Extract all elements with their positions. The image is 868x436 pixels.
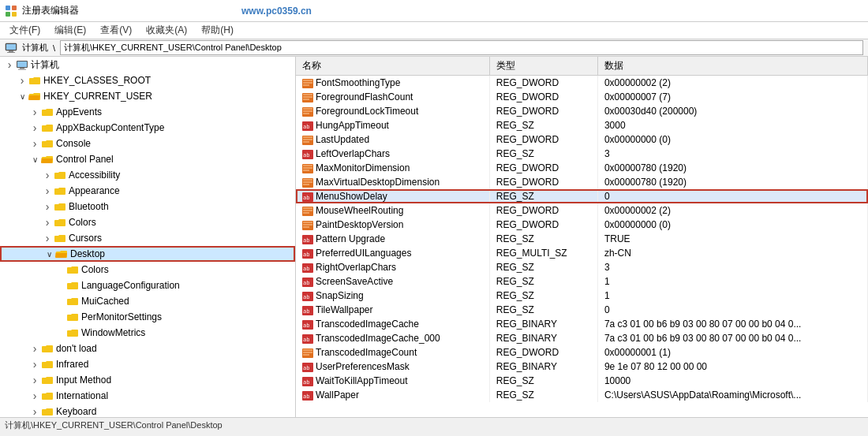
tree-label-permonitor: PerMonitorSettings — [81, 311, 162, 322]
table-row[interactable]: MaxVirtualDesktopDimensionREG_DWORD0x000… — [296, 175, 868, 189]
tree-item-dontload[interactable]: ›don't load — [0, 341, 295, 356]
folder-icon-windowmetrics — [66, 327, 79, 338]
reg-type: REG_MULTI_SZ — [489, 246, 597, 260]
expand-btn-controlpanel[interactable]: ∨ — [28, 153, 41, 166]
menu-help[interactable]: 帮助(H) — [195, 22, 240, 39]
tree-item-langconfig[interactable]: LanguageConfiguration — [0, 278, 295, 293]
expand-btn-muicached[interactable] — [54, 295, 66, 307]
tree-item-controlpanel[interactable]: ∨Control Panel — [0, 151, 295, 167]
tree-item-keyboard[interactable]: ›Keyboard — [0, 404, 295, 417]
expand-btn-dontload[interactable]: › — [28, 342, 41, 355]
svg-text:ab: ab — [303, 294, 309, 300]
tree-item-international[interactable]: ›International — [0, 388, 295, 404]
svg-text:ab: ab — [303, 393, 309, 400]
tree-item-hkcu[interactable]: ∨HKEY_CURRENT_USER — [0, 88, 295, 104]
expand-btn-computer[interactable]: › — [3, 58, 16, 71]
tree-item-appevents[interactable]: ›AppEvents — [0, 104, 295, 120]
tree-item-appxbackup[interactable]: ›AppXBackupContentType — [0, 120, 295, 136]
expand-btn-infrared[interactable]: › — [28, 358, 41, 371]
tree-item-appearance[interactable]: ›Appearance — [0, 183, 295, 199]
expand-btn-permonitor[interactable] — [54, 311, 66, 323]
title-bar: 注册表编辑器 www.pc0359.cn — [0, 0, 868, 22]
tree-item-muicached[interactable]: MuiCached — [0, 293, 295, 309]
tree-item-console[interactable]: ›Console — [0, 136, 295, 151]
svg-rect-45 — [303, 212, 309, 214]
menu-file[interactable]: 文件(F) — [3, 22, 47, 39]
table-row[interactable]: abPattern UpgradeREG_SZTRUE — [296, 232, 868, 246]
address-path[interactable]: 计算机\HKEY_CURRENT_USER\Control Panel\Desk… — [60, 40, 863, 55]
expand-btn-colors[interactable]: › — [41, 216, 54, 229]
table-row[interactable]: abTileWallpaperREG_SZ0 — [296, 303, 868, 317]
table-row[interactable]: abHungAppTimeoutREG_SZ3000 — [296, 118, 868, 132]
table-row[interactable]: abPreferredUILanguagesREG_MULTI_SZzh-CN — [296, 246, 868, 260]
table-row[interactable]: abWallPaperREG_SZC:\Users\ASUS\AppData\R… — [296, 388, 868, 402]
main-area: ›计算机›HKEY_CLASSES_ROOT∨HKEY_CURRENT_USER… — [0, 57, 868, 417]
tree-item-accessibility[interactable]: ›Accessibility — [0, 167, 295, 183]
menu-view[interactable]: 查看(V) — [94, 22, 138, 39]
table-row[interactable]: ForegroundFlashCountREG_DWORD0x00000007 … — [296, 90, 868, 104]
reg-type: REG_SZ — [489, 289, 597, 303]
table-row[interactable]: abScreenSaveActiveREG_SZ1 — [296, 274, 868, 289]
expand-btn-langconfig[interactable] — [54, 279, 66, 292]
table-header: 名称 类型 数据 — [296, 57, 868, 76]
expand-btn-hkcu[interactable]: ∨ — [16, 90, 28, 102]
folder-icon-international — [41, 390, 54, 401]
table-row[interactable]: ForegroundLockTimeoutREG_DWORD0x00030d40… — [296, 104, 868, 118]
menu-edit[interactable]: 编辑(E) — [48, 22, 92, 39]
window-icon — [5, 5, 17, 17]
reg-type: REG_DWORD — [489, 90, 597, 104]
expand-btn-windowmetrics[interactable] — [54, 326, 66, 339]
tree-item-desktop[interactable]: ∨Desktop — [0, 246, 295, 262]
expand-btn-appxbackup[interactable]: › — [28, 121, 41, 134]
table-row[interactable]: abWaitToKillAppTimeoutREG_SZ10000 — [296, 374, 868, 388]
table-row[interactable]: PaintDesktopVersionREG_DWORD0x00000000 (… — [296, 218, 868, 232]
folder-icon-appevents — [41, 106, 54, 117]
expand-btn-keyboard[interactable]: › — [28, 405, 41, 417]
expand-btn-appearance[interactable]: › — [41, 184, 54, 197]
table-row[interactable]: LastUpdatedREG_DWORD0x00000000 (0) — [296, 132, 868, 147]
tree-label-infrared: Infrared — [56, 359, 88, 370]
svg-rect-68 — [303, 352, 312, 353]
expand-btn-colors2[interactable] — [54, 263, 66, 276]
expand-btn-desktop[interactable]: ∨ — [43, 248, 55, 260]
expand-btn-appevents[interactable]: › — [28, 106, 41, 118]
svg-rect-3 — [12, 12, 17, 17]
table-row[interactable]: abTranscodedImageCache_000REG_BINARY7a c… — [296, 331, 868, 345]
reg-type: REG_SZ — [489, 189, 597, 203]
reg-data: 1 — [597, 274, 867, 289]
table-row[interactable]: abRightOverlapCharsREG_SZ3 — [296, 260, 868, 274]
tree-item-infrared[interactable]: ›Infrared — [0, 356, 295, 372]
table-row[interactable]: MouseWheelRoutingREG_DWORD0x00000002 (2) — [296, 203, 868, 218]
expand-btn-inputmethod[interactable]: › — [28, 374, 41, 386]
tree-item-windowmetrics[interactable]: WindowMetrics — [0, 325, 295, 341]
table-row[interactable]: abUserPreferencesMaskREG_BINARY9e 1e 07 … — [296, 360, 868, 374]
tree-item-inputmethod[interactable]: ›Input Method — [0, 372, 295, 388]
reg-name: LastUpdated — [296, 132, 489, 147]
tree-item-cursors[interactable]: ›Cursors — [0, 230, 295, 246]
table-row[interactable]: abTranscodedImageCacheREG_BINARY7a c3 01… — [296, 317, 868, 331]
tree-item-hkcr[interactable]: ›HKEY_CLASSES_ROOT — [0, 73, 295, 88]
reg-data: 0x00000780 (1920) — [597, 175, 867, 189]
expand-btn-bluetooth[interactable]: › — [41, 200, 54, 213]
table-row[interactable]: TranscodedImageCountREG_DWORD0x00000001 … — [296, 345, 868, 360]
reg-type: REG_SZ — [489, 147, 597, 161]
svg-rect-37 — [303, 179, 312, 181]
tree-item-bluetooth[interactable]: ›Bluetooth — [0, 199, 295, 214]
tree-item-computer[interactable]: ›计算机 — [0, 57, 295, 73]
expand-btn-cursors[interactable]: › — [41, 232, 54, 244]
col-type: 类型 — [489, 57, 597, 76]
expand-btn-accessibility[interactable]: › — [41, 169, 54, 181]
expand-btn-hkcr[interactable]: › — [16, 74, 28, 87]
table-row[interactable]: abMenuShowDelayREG_SZ0 — [296, 189, 868, 203]
table-row[interactable]: FontSmoothingTypeREG_DWORD0x00000002 (2) — [296, 76, 868, 91]
expand-btn-console[interactable]: › — [28, 137, 41, 150]
tree-item-permonitor[interactable]: PerMonitorSettings — [0, 309, 295, 325]
menu-favorites[interactable]: 收藏夹(A) — [140, 22, 193, 39]
table-row[interactable]: abSnapSizingREG_SZ1 — [296, 289, 868, 303]
svg-rect-7 — [7, 52, 15, 53]
tree-item-colors[interactable]: ›Colors — [0, 214, 295, 230]
expand-btn-international[interactable]: › — [28, 389, 41, 402]
tree-item-colors2[interactable]: Colors — [0, 262, 295, 278]
table-row[interactable]: abLeftOverlapCharsREG_SZ3 — [296, 147, 868, 161]
table-row[interactable]: MaxMonitorDimensionREG_DWORD0x00000780 (… — [296, 161, 868, 175]
